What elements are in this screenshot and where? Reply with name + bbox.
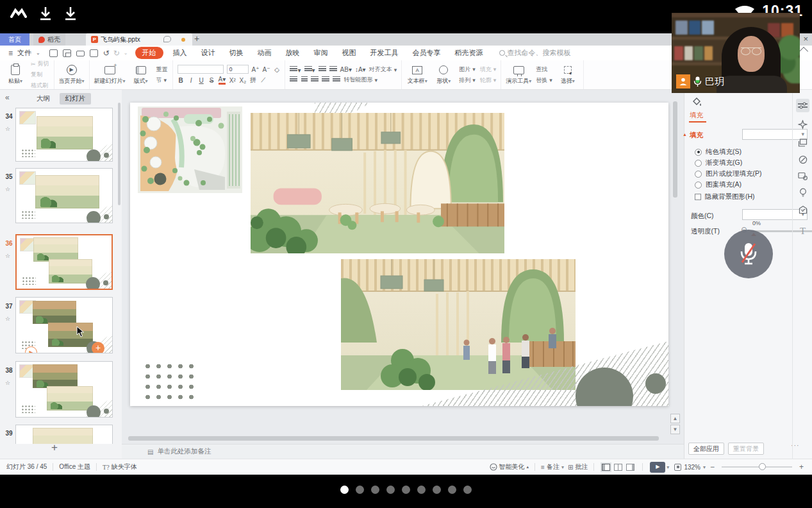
notes-dropdown-icon[interactable]: ▾ bbox=[561, 464, 564, 470]
pagination-dot[interactable] bbox=[417, 486, 426, 494]
italic-button[interactable]: I bbox=[188, 77, 195, 84]
sidebar-scrollbar[interactable] bbox=[118, 103, 120, 205]
slide-thumbnail-35[interactable] bbox=[15, 168, 113, 223]
font-name-input[interactable] bbox=[178, 65, 224, 74]
play-dropdown-icon[interactable]: ▾ bbox=[667, 464, 669, 470]
file-menu[interactable]: ≡ 文件 ⌄ bbox=[0, 48, 47, 58]
comment-bubble-icon[interactable] bbox=[163, 36, 171, 42]
pagination-dot-active[interactable] bbox=[340, 486, 349, 494]
subscript-button[interactable]: X₂ bbox=[239, 77, 246, 84]
increase-indent-icon[interactable] bbox=[329, 66, 337, 74]
numbered-list-icon[interactable]: ▾ bbox=[304, 66, 315, 74]
to-smart-graphic-button[interactable]: 转智能图形▾ bbox=[344, 76, 377, 84]
copy-button[interactable]: 复制 bbox=[31, 71, 49, 79]
play-from-current-button[interactable]: ▶ 当页开始▾ bbox=[59, 65, 85, 85]
pagination-dot[interactable] bbox=[463, 486, 472, 494]
option-pattern-fill[interactable]: 图案填充(A) bbox=[695, 180, 742, 189]
align-left-icon[interactable] bbox=[290, 76, 297, 84]
slides-copy-icon[interactable] bbox=[796, 136, 809, 149]
webcam-video-overlay[interactable]: 巴玥 bbox=[672, 13, 800, 93]
slide-thumbnail-37[interactable]: ▶ + bbox=[15, 297, 113, 353]
align-center-icon[interactable] bbox=[301, 76, 308, 84]
option-gradient-fill[interactable]: 渐变填充(G) bbox=[695, 158, 742, 167]
find-button[interactable]: 查找 bbox=[536, 65, 552, 74]
close-icon[interactable]: × bbox=[803, 34, 808, 44]
apply-to-all-button[interactable]: 全部应用 bbox=[688, 443, 724, 455]
reading-view-button[interactable] bbox=[626, 464, 634, 471]
text-direction-icon[interactable]: AB▾ bbox=[340, 66, 352, 73]
fit-slide-icon[interactable] bbox=[674, 464, 681, 471]
download-icon[interactable] bbox=[62, 5, 79, 22]
select-button[interactable]: 选择▾ bbox=[557, 65, 579, 85]
paste-button[interactable]: 粘贴▾ bbox=[4, 65, 26, 85]
strikethrough-button[interactable]: S bbox=[208, 77, 215, 84]
export-icon[interactable] bbox=[63, 48, 72, 58]
present-tools-button[interactable]: 演示工具▾ bbox=[506, 65, 531, 85]
menu-item-animation[interactable]: 动画 bbox=[251, 48, 279, 58]
pagination-dot[interactable] bbox=[371, 486, 379, 494]
zoom-slider-thumb[interactable] bbox=[759, 463, 766, 470]
comments-button[interactable]: 批注 bbox=[575, 462, 588, 471]
text-box-button[interactable]: A 文本框▾ bbox=[406, 65, 428, 85]
command-search[interactable]: 查找命令、搜索模板 bbox=[499, 48, 571, 58]
save-icon[interactable] bbox=[49, 48, 59, 58]
pagination-dot[interactable] bbox=[433, 486, 441, 494]
horizontal-scrollbar-thumb[interactable] bbox=[128, 436, 659, 441]
new-tab-button[interactable]: + bbox=[194, 33, 199, 44]
menu-item-view[interactable]: 视图 bbox=[335, 48, 363, 58]
align-text-button[interactable]: 对齐文本▾ bbox=[369, 65, 397, 74]
phonetic-guide-icon[interactable]: 拼 bbox=[249, 76, 256, 85]
justify-icon[interactable] bbox=[322, 76, 329, 84]
pagination-dot[interactable] bbox=[448, 486, 456, 494]
slide-image-interior-rendering-2[interactable] bbox=[341, 259, 576, 390]
app-logo-icon[interactable] bbox=[10, 5, 27, 22]
lightbulb-icon[interactable] bbox=[796, 186, 809, 199]
image-settings-icon[interactable] bbox=[796, 169, 809, 183]
clear-format-icon[interactable]: ◇ bbox=[273, 66, 280, 73]
reset-background-button[interactable]: 重置背景 bbox=[728, 443, 764, 455]
align-right-icon[interactable] bbox=[311, 76, 319, 84]
shape-button[interactable]: 形状▾ bbox=[433, 65, 454, 85]
previous-slide-button[interactable]: ▲ bbox=[670, 414, 680, 423]
superscript-button[interactable]: X² bbox=[229, 77, 236, 84]
line-spacing-icon[interactable]: ↕A▾ bbox=[355, 66, 366, 73]
option-solid-fill[interactable]: 纯色填充(S) bbox=[695, 148, 742, 157]
slide-thumbnail-38[interactable] bbox=[15, 361, 113, 418]
tab-docer[interactable]: 稻壳 bbox=[33, 33, 65, 46]
next-slide-button[interactable]: ▼ bbox=[670, 425, 680, 434]
undo-icon[interactable]: ↺ bbox=[103, 49, 110, 58]
fill-section-title[interactable]: ▲填充 bbox=[690, 131, 703, 140]
cut-button[interactable]: ✂剪切 bbox=[31, 60, 49, 68]
bold-button[interactable]: B bbox=[178, 77, 185, 84]
theme-name[interactable]: Office 主题 bbox=[59, 462, 90, 471]
tab-home[interactable]: 首页 bbox=[0, 33, 29, 46]
menu-item-home[interactable]: 开始 bbox=[135, 47, 163, 59]
increase-font-icon[interactable]: A⁺ bbox=[252, 66, 260, 73]
panel-tab-fill[interactable]: 填充 bbox=[690, 111, 703, 120]
picture-button[interactable]: 图片▾ bbox=[459, 65, 476, 74]
zoom-in-button[interactable]: + bbox=[797, 462, 806, 471]
font-color-button[interactable]: A▾ bbox=[219, 76, 226, 85]
slide-image-interior-rendering-1[interactable] bbox=[251, 113, 504, 253]
notes-button[interactable]: 备注 bbox=[547, 462, 559, 471]
menu-item-slideshow[interactable]: 放映 bbox=[279, 48, 307, 58]
layout-button[interactable]: 版式▾ bbox=[130, 65, 152, 85]
slide-36[interactable] bbox=[130, 103, 668, 406]
add-slide-button[interactable]: + bbox=[51, 441, 58, 454]
properties-sliders-icon[interactable] bbox=[796, 99, 809, 112]
outline-button[interactable]: 轮廓▾ bbox=[480, 76, 497, 85]
font-size-input[interactable] bbox=[227, 65, 249, 74]
thumbnail-add-button[interactable]: + bbox=[92, 342, 104, 353]
arrange-button[interactable]: 排列▾ bbox=[459, 76, 476, 85]
help-clock-icon[interactable] bbox=[796, 153, 809, 166]
print-icon[interactable] bbox=[76, 48, 86, 58]
normal-view-button[interactable] bbox=[602, 464, 610, 471]
download-icon[interactable] bbox=[37, 5, 54, 22]
redo-icon[interactable]: ↻ bbox=[113, 49, 120, 58]
slide-thumbnail-34[interactable] bbox=[15, 108, 113, 162]
distribute-icon[interactable] bbox=[333, 76, 340, 84]
pagination-dot[interactable] bbox=[402, 486, 410, 494]
quickbar-dropdown-icon[interactable]: ⌄ bbox=[124, 50, 128, 56]
option-hide-background[interactable]: 隐藏背景图形(H) bbox=[695, 192, 755, 201]
notes-placeholder[interactable]: 单击此处添加备注 bbox=[157, 447, 211, 456]
